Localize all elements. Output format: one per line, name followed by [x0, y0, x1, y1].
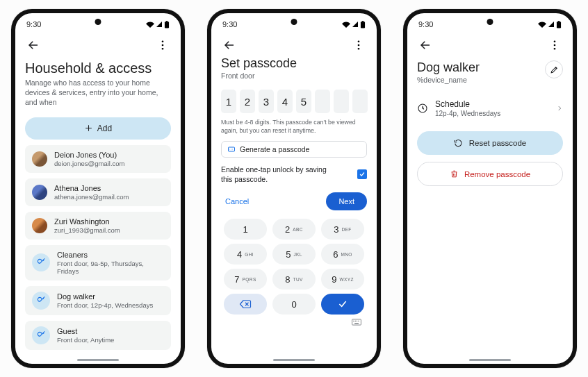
screen-content: Household & access Manage who has access…: [15, 56, 181, 356]
passcode-digit[interactable]: 5: [296, 90, 311, 113]
guest-name: Dog walker: [57, 292, 153, 301]
svg-rect-5: [361, 22, 365, 28]
key-2[interactable]: 2ABC: [272, 219, 316, 240]
generate-passcode-button[interactable]: Generate a passcode: [221, 141, 367, 158]
home-indicator: [469, 359, 511, 361]
key-0[interactable]: 0: [272, 294, 316, 315]
next-button[interactable]: Next: [326, 192, 367, 210]
home-indicator: [77, 359, 119, 361]
schedule-label: Schedule: [435, 99, 549, 109]
chevron-right-icon: [556, 105, 563, 112]
plus-icon: [84, 124, 93, 133]
more-button[interactable]: [154, 37, 171, 53]
reset-passcode-button[interactable]: Reset passcode: [417, 131, 563, 155]
nav-bar: [407, 31, 573, 56]
arrow-left-icon: [223, 39, 236, 51]
key-8[interactable]: 8TUV: [272, 269, 316, 290]
guest-name: Guest: [57, 327, 114, 335]
add-button[interactable]: Add: [25, 117, 171, 140]
status-bar: 9:30: [15, 13, 181, 31]
passcode-digit[interactable]: 1: [221, 90, 236, 113]
cancel-button[interactable]: Cancel: [221, 194, 253, 208]
avatar: [32, 151, 47, 167]
guest-row[interactable]: Cleaners Front door, 9a-5p, Thursdays, F…: [25, 245, 171, 280]
person-name: Athena Jones: [54, 184, 129, 192]
svg-point-7: [358, 40, 360, 42]
guest-name: Cleaners: [57, 251, 164, 259]
action-row: Cancel Next: [221, 192, 367, 210]
keyboard-footer: [221, 316, 367, 327]
passcode-digit[interactable]: [315, 90, 330, 113]
reset-label: Reset passcode: [469, 139, 526, 147]
passcode-digit[interactable]: [352, 90, 368, 113]
clock-icon: [417, 103, 428, 114]
keyboard-switch-icon[interactable]: [352, 319, 361, 327]
key-7[interactable]: 7PQRS: [224, 269, 267, 290]
save-label: Enable one-tap unlock by saving this pas…: [221, 165, 339, 184]
more-button[interactable]: [350, 37, 367, 53]
back-button[interactable]: [417, 37, 434, 53]
svg-rect-0: [165, 22, 169, 28]
guest-detail: Front door, Anytime: [57, 336, 114, 344]
keypad: 1 2ABC 3DEF 4GHI 5JKL 6MNO 7PQRS 8TUV 9W…: [221, 215, 367, 316]
avatar: [32, 218, 47, 233]
status-time: 9:30: [26, 20, 41, 28]
more-button[interactable]: [546, 37, 563, 53]
passcode-digit[interactable]: 3: [259, 90, 274, 113]
pencil-icon: [550, 65, 559, 74]
more-vert-icon: [352, 39, 365, 51]
page-subtitle: Manage who has access to your home devic…: [25, 78, 171, 108]
svg-point-21: [554, 48, 556, 50]
arrow-left-icon: [419, 39, 432, 51]
svg-point-8: [358, 44, 360, 47]
trash-icon: [450, 169, 459, 178]
svg-point-14: [357, 321, 357, 321]
svg-rect-1: [166, 21, 168, 22]
guest-row[interactable]: Dog walker Front door, 12p-4p, Wednesday…: [25, 286, 171, 315]
back-button[interactable]: [221, 37, 238, 53]
svg-point-19: [554, 40, 556, 42]
person-row[interactable]: Deion Jones (You) deion.jones@gmail.com: [25, 145, 171, 173]
person-email: deion.jones@gmail.com: [54, 160, 125, 167]
schedule-row[interactable]: Schedule 12p-4p, Wednesdays: [417, 99, 563, 117]
add-label: Add: [97, 124, 112, 133]
page-title: Household & access: [25, 60, 171, 76]
person-row[interactable]: Athena Jones athena.jones@gmail.com: [25, 178, 171, 206]
key-confirm[interactable]: [321, 294, 364, 315]
key-9[interactable]: 9WXYZ: [321, 269, 364, 290]
svg-point-9: [358, 48, 360, 50]
key-backspace[interactable]: [224, 294, 267, 315]
passcode-digits: 1 2 3 4 5: [221, 90, 367, 113]
reset-icon: [454, 138, 464, 148]
status-bar: 9:30: [407, 13, 573, 31]
phone-household-access: 9:30 Household & access Manage who has a…: [11, 9, 185, 368]
page-subtitle: %device_name: [417, 76, 480, 84]
key-3[interactable]: 3DEF: [321, 219, 364, 240]
person-name: Deion Jones (You): [54, 151, 125, 159]
passcode-digit[interactable]: 2: [240, 90, 255, 113]
remove-passcode-button[interactable]: Remove passcode: [417, 162, 563, 186]
save-checkbox[interactable]: [357, 169, 367, 179]
avatar: [32, 185, 47, 200]
status-indicators: [146, 21, 170, 28]
guest-row[interactable]: Guest Front door, Anytime: [25, 321, 171, 350]
passcode-digit[interactable]: [334, 90, 349, 113]
edit-button[interactable]: [545, 60, 563, 78]
person-name: Zuri Washington: [54, 217, 120, 226]
nav-bar: [211, 31, 377, 56]
key-1[interactable]: 1: [224, 219, 267, 240]
svg-rect-11: [352, 319, 361, 325]
remove-label: Remove passcode: [464, 170, 530, 178]
key-4[interactable]: 4GHI: [224, 244, 267, 265]
svg-rect-6: [362, 21, 364, 22]
page-title: Set passcode: [221, 56, 367, 71]
person-row[interactable]: Zuri Washington zuri_1993@gmail.com: [25, 212, 171, 240]
key-6[interactable]: 6MNO: [321, 244, 364, 265]
passcode-digit[interactable]: 4: [277, 90, 293, 113]
back-button[interactable]: [25, 37, 42, 53]
status-indicators: [342, 21, 366, 28]
schedule-detail: 12p-4p, Wednesdays: [435, 110, 549, 117]
key-5[interactable]: 5JKL: [272, 244, 316, 265]
status-bar: 9:30: [211, 13, 377, 31]
svg-rect-17: [557, 22, 561, 28]
